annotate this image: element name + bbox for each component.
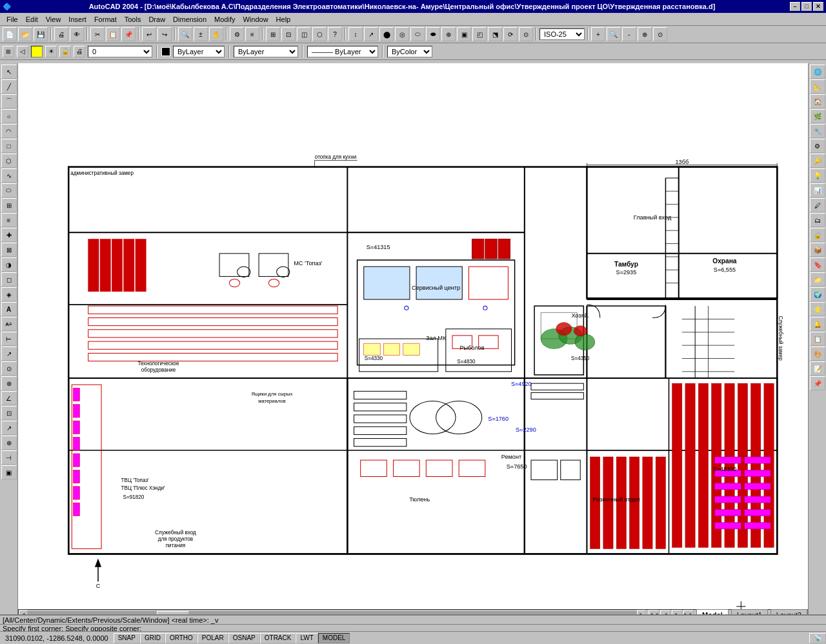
close-button[interactable]: ✕	[813, 2, 823, 11]
match-properties-button[interactable]: ≡	[245, 27, 259, 41]
left-btn-region[interactable]: ◻	[1, 272, 17, 287]
undo-button[interactable]: ↩	[142, 27, 156, 41]
left-btn-dim-align[interactable]: ↗	[1, 347, 17, 361]
cut-button[interactable]: ✂	[90, 27, 105, 41]
left-btn-render[interactable]: ▣	[1, 465, 17, 479]
left-btn-polygon[interactable]: ⬡	[1, 154, 17, 168]
minimize-button[interactable]: –	[790, 2, 800, 11]
lwt-button[interactable]: LWT	[296, 633, 317, 643]
layer-color-btn[interactable]	[31, 46, 43, 57]
left-btn-dim-radius[interactable]: ⊙	[1, 361, 17, 376]
status-comm-button[interactable]: 📡	[809, 633, 826, 643]
left-btn-xline[interactable]: ✚	[1, 228, 17, 242]
left-btn-dim-angular[interactable]: ∠	[1, 391, 17, 405]
menu-file[interactable]: File	[3, 14, 22, 25]
left-btn-insert[interactable]: ⊞	[1, 198, 17, 212]
tbtn27[interactable]: ⊕	[638, 27, 652, 41]
tbtn24[interactable]: +	[591, 27, 605, 41]
print-preview-button[interactable]: 👁	[70, 27, 84, 41]
lineweight-select[interactable]: ——— ByLayer	[307, 46, 378, 57]
right-btn-9[interactable]: 📊	[810, 183, 825, 197]
layer-print-btn[interactable]: 🖨	[74, 46, 85, 57]
save-button[interactable]: 💾	[34, 27, 48, 41]
left-btn-pick[interactable]: ↖	[1, 65, 17, 79]
left-btn-circle[interactable]: ○	[1, 109, 17, 123]
new-button[interactable]: 📄	[3, 27, 17, 41]
right-btn-2[interactable]: 📐	[810, 79, 825, 94]
tbtn19[interactable]: ▣	[457, 27, 471, 41]
tbtn9[interactable]: ◫	[297, 27, 311, 41]
snap-button[interactable]: SNAP	[114, 633, 140, 643]
tbtn21[interactable]: ⬔	[488, 27, 502, 41]
zoom-realtime-button[interactable]: ±	[194, 27, 208, 41]
scale-select[interactable]: ISO-25 ISO-50 ISO-100	[539, 28, 585, 40]
open-button[interactable]: 📂	[18, 27, 32, 41]
layer-sun-btn[interactable]: ☀	[45, 46, 57, 57]
tbtn17[interactable]: ⬬	[426, 27, 440, 41]
right-btn-10[interactable]: 🖊	[810, 198, 825, 212]
left-btn-spline[interactable]: ∿	[1, 168, 17, 183]
right-btn-16[interactable]: 🌍	[810, 287, 825, 301]
right-btn-14[interactable]: 🔖	[810, 257, 825, 272]
left-btn-ucs[interactable]: ⊣	[1, 450, 17, 465]
menu-help[interactable]: Help	[272, 14, 295, 25]
tbtn12[interactable]: ↕	[348, 27, 363, 41]
redo-button[interactable]: ↪	[157, 27, 172, 41]
menu-draw[interactable]: Draw	[145, 14, 169, 25]
osnap-button[interactable]: OSNAP	[228, 633, 260, 643]
right-btn-4[interactable]: 🌿	[810, 109, 825, 123]
right-btn-8[interactable]: 💡	[810, 168, 825, 183]
right-btn-6[interactable]: ⚙	[810, 139, 825, 153]
right-btn-17[interactable]: ⭐	[810, 302, 825, 316]
right-btn-3[interactable]: 🏠	[810, 94, 825, 108]
tbtn26[interactable]: -	[622, 27, 636, 41]
copy-button[interactable]: 📋	[106, 27, 120, 41]
left-btn-ellipse[interactable]: ⬭	[1, 183, 17, 197]
left-btn-polyline[interactable]: ⌒	[1, 94, 17, 108]
grid-button[interactable]: GRID	[140, 633, 165, 643]
tbtn18[interactable]: ⊕	[441, 27, 456, 41]
menu-edit[interactable]: Edit	[22, 14, 42, 25]
tbtn8[interactable]: ⊡	[281, 27, 296, 41]
tbtn14[interactable]: ⬤	[379, 27, 394, 41]
tbtn16[interactable]: ⬭	[410, 27, 425, 41]
model-button[interactable]: MODEL	[318, 633, 350, 643]
drawing-area[interactable]: 13бб С Тамбур S=2935 Охрана S=6,555 Глав…	[18, 63, 808, 614]
left-btn-arc[interactable]: ◠	[1, 124, 17, 138]
left-btn-mline[interactable]: ≡	[1, 213, 17, 227]
layer-prev-button[interactable]: ◁	[17, 46, 28, 57]
menu-modify[interactable]: Modify	[210, 14, 239, 25]
pan-button[interactable]: ✋	[209, 27, 223, 41]
left-btn-osnap[interactable]: ⊕	[1, 436, 17, 450]
left-btn-dim-linear[interactable]: ⊢	[1, 332, 17, 346]
left-btn-tolerance[interactable]: ⊡	[1, 406, 17, 420]
ortho-button[interactable]: ORTHO	[165, 633, 197, 643]
tbtn23[interactable]: ⊙	[519, 27, 533, 41]
maximize-button[interactable]: □	[801, 2, 812, 11]
right-btn-20[interactable]: 🎨	[810, 347, 825, 361]
properties-button[interactable]: ⚙	[230, 27, 244, 41]
right-btn-19[interactable]: 📋	[810, 332, 825, 346]
layers-button[interactable]: ⊞	[3, 46, 14, 57]
left-btn-dim-diameter[interactable]: ⊗	[1, 376, 17, 390]
right-btn-7[interactable]: 🔑	[810, 154, 825, 168]
right-btn-15[interactable]: 📁	[810, 272, 825, 287]
left-btn-mtext[interactable]: A≡	[1, 317, 17, 331]
menu-view[interactable]: View	[42, 14, 65, 25]
left-btn-line[interactable]: ╱	[1, 79, 17, 94]
color-select[interactable]: ByLayer	[173, 46, 225, 57]
left-btn-text[interactable]: A	[1, 302, 17, 316]
right-btn-1[interactable]: 🌐	[810, 65, 825, 79]
left-btn-rect[interactable]: □	[1, 139, 17, 153]
tbtn28[interactable]: ⊙	[653, 27, 667, 41]
tbtn20[interactable]: ◰	[472, 27, 487, 41]
linetype-select[interactable]: ByLayer	[234, 46, 298, 57]
zoom-button[interactable]: 🔍	[178, 27, 192, 41]
right-btn-12[interactable]: 🔒	[810, 228, 825, 242]
tbtn22[interactable]: ⟳	[503, 27, 518, 41]
plotstyle-select[interactable]: ByColor	[387, 46, 432, 57]
right-btn-22[interactable]: 📌	[810, 376, 825, 390]
right-btn-13[interactable]: 📦	[810, 243, 825, 257]
tbtn11[interactable]: ?	[328, 27, 342, 41]
tbtn13[interactable]: ↗	[364, 27, 378, 41]
